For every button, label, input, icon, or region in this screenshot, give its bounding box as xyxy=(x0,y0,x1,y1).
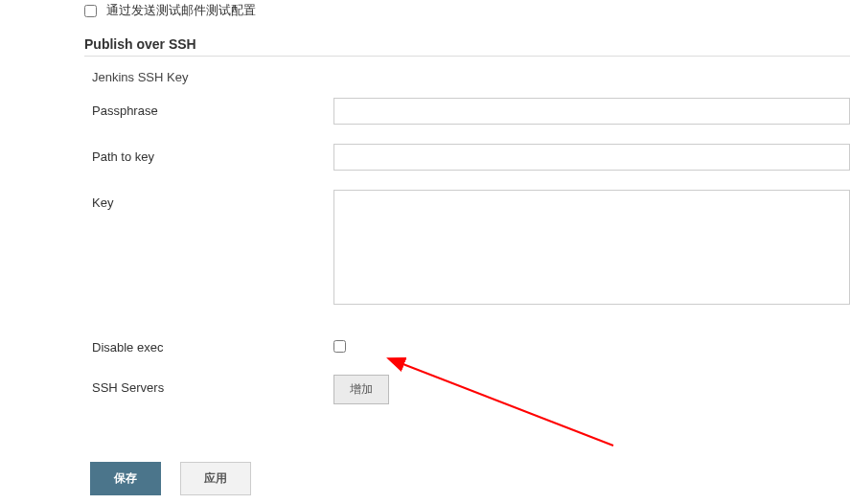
disable-exec-checkbox[interactable] xyxy=(333,340,346,353)
test-email-checkbox[interactable] xyxy=(84,5,97,17)
key-label: Key xyxy=(84,190,333,210)
add-button[interactable]: 增加 xyxy=(333,375,389,404)
passphrase-label: Passphrase xyxy=(84,98,333,118)
ssh-servers-label: SSH Servers xyxy=(84,375,333,395)
apply-button[interactable]: 应用 xyxy=(180,462,251,495)
path-to-key-input[interactable] xyxy=(333,144,850,171)
jenkins-ssh-key-label: Jenkins SSH Key xyxy=(84,64,850,98)
path-to-key-label: Path to key xyxy=(84,144,333,164)
passphrase-input[interactable] xyxy=(333,98,850,125)
test-email-label: 通过发送测试邮件测试配置 xyxy=(106,2,256,19)
section-title: Publish over SSH xyxy=(84,36,850,52)
disable-exec-label: Disable exec xyxy=(84,334,333,355)
key-textarea[interactable] xyxy=(333,190,850,305)
section-divider xyxy=(84,56,850,57)
save-button[interactable]: 保存 xyxy=(90,462,161,495)
